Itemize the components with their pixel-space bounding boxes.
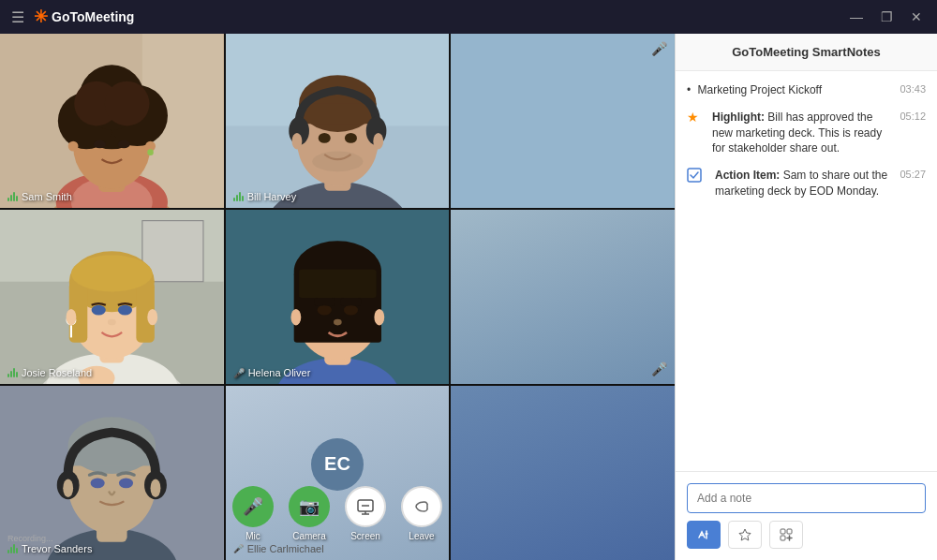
svg-point-68	[290, 309, 301, 325]
highlight-star-icon: ★	[687, 110, 699, 125]
helena-mic-muted: 🎤	[233, 368, 245, 378]
ellie-label: 🎤 Ellie Carlmichael	[233, 543, 324, 554]
svg-rect-92	[781, 529, 785, 534]
action-item-icon	[687, 168, 702, 185]
menu-icon[interactable]: ☰	[11, 8, 24, 26]
leave-button[interactable]	[401, 486, 442, 527]
josie-label: Josie Roseland	[7, 367, 92, 378]
close-button[interactable]: ✕	[907, 7, 926, 26]
svg-rect-64	[340, 298, 361, 306]
josie-video	[0, 210, 224, 384]
trevor-label: Trevor Sanders	[7, 543, 92, 554]
svg-point-46	[118, 305, 132, 316]
partial-mic-icon: 🎤	[651, 41, 667, 56]
svg-rect-63	[314, 298, 335, 306]
svg-point-81	[119, 478, 133, 488]
smartnotes-body: • Marketing Project Kickoff 03:43 ★ High…	[676, 71, 937, 471]
note-star-button[interactable]	[728, 521, 762, 549]
svg-point-50	[147, 309, 157, 325]
mic-control[interactable]: 🎤 Mic	[232, 486, 274, 541]
smartnotes-header: GoToMeeting SmartNotes	[676, 34, 937, 71]
svg-point-65	[334, 319, 342, 326]
sam-video	[0, 34, 224, 208]
svg-point-45	[92, 305, 106, 316]
note-item-2: ★ Highlight: Bill has approved the new m…	[687, 110, 926, 156]
svg-point-29	[312, 152, 363, 172]
svg-point-14	[118, 140, 130, 149]
video-cell-helena: 🎤 Helena Oliver	[226, 210, 450, 384]
video-cell-trevor: Recording... Trevor Sanders	[0, 386, 224, 560]
video-cell-partial-bottom	[451, 386, 675, 560]
josie-mic-indicator	[7, 368, 18, 377]
svg-point-30	[291, 133, 302, 149]
smartnotes-title: GoToMeeting SmartNotes	[732, 45, 881, 59]
partial-top-video	[451, 34, 675, 208]
svg-point-13	[94, 140, 106, 149]
note-input[interactable]	[687, 483, 926, 513]
svg-point-62	[344, 305, 358, 316]
note-type-button[interactable]	[687, 521, 721, 549]
action-label: Action Item:	[715, 169, 780, 182]
svg-rect-93	[787, 529, 792, 534]
note-timestamp-1: 03:43	[900, 83, 926, 95]
bill-mic-indicator	[233, 192, 244, 201]
note-timestamp-3: 05:27	[900, 169, 926, 180]
logo-text: GoToMeeting	[52, 9, 134, 24]
josie-name: Josie Roseland	[22, 367, 92, 378]
svg-point-61	[317, 305, 331, 316]
video-grid: Sam Smith	[0, 34, 675, 560]
mic-button[interactable]: 🎤	[232, 486, 274, 527]
main-content: Sam Smith	[0, 34, 937, 560]
bill-video	[226, 34, 450, 208]
window-controls: — ❐ ✕	[847, 7, 926, 26]
camera-control[interactable]: 📷 Camera	[289, 486, 330, 541]
svg-rect-60	[299, 270, 376, 298]
svg-point-80	[91, 478, 105, 488]
svg-marker-91	[739, 529, 751, 540]
screen-button[interactable]	[345, 486, 386, 527]
svg-point-15	[68, 141, 79, 152]
svg-rect-88	[688, 169, 701, 182]
titlebar: ☰ ✳ GoToMeeting — ❐ ✕	[0, 0, 937, 34]
helena-name: Helena Oliver	[248, 367, 311, 378]
camera-button[interactable]: 📷	[289, 486, 330, 527]
video-cell-partial-mid: 🎤	[451, 210, 675, 384]
video-cell-ellie: EC 🎤 Mic 📷 Camera Screen	[226, 386, 450, 560]
video-cell-bill: Bill Harvey	[226, 34, 450, 208]
svg-point-44	[71, 256, 153, 292]
maximize-button[interactable]: ❐	[877, 7, 896, 26]
svg-point-83	[151, 479, 161, 498]
note-input-area	[676, 471, 937, 560]
helena-label: 🎤 Helena Oliver	[233, 367, 311, 378]
app-logo: ✳ GoToMeeting	[34, 7, 134, 27]
svg-point-17	[147, 149, 154, 155]
note-timestamp-2: 05:12	[900, 111, 926, 122]
svg-point-27	[318, 133, 330, 143]
titlebar-left: ☰ ✳ GoToMeeting	[11, 7, 134, 27]
note-action-buttons	[687, 521, 926, 549]
helena-video	[226, 210, 450, 384]
svg-point-69	[374, 309, 384, 325]
leave-control[interactable]: Leave	[401, 486, 442, 541]
video-cell-josie: Josie Roseland	[0, 210, 224, 384]
note-action-item-button[interactable]	[769, 521, 803, 549]
highlight-label: Highlight:	[712, 111, 765, 124]
svg-point-49	[67, 309, 77, 325]
sam-label: Sam Smith	[7, 191, 72, 202]
minimize-button[interactable]: —	[847, 7, 866, 26]
trevor-name: Trevor Sanders	[22, 543, 92, 554]
call-controls: 🎤 Mic 📷 Camera Screen Le	[232, 486, 442, 541]
video-cell-sam: Sam Smith	[0, 34, 224, 208]
svg-rect-94	[781, 536, 785, 540]
screen-label: Screen	[350, 531, 380, 541]
svg-rect-33	[451, 34, 675, 208]
screen-control[interactable]: Screen	[345, 486, 386, 541]
logo-asterisk: ✳	[34, 7, 48, 27]
ellie-avatar: EC	[311, 438, 364, 491]
sam-name: Sam Smith	[22, 191, 72, 202]
trevor-mic-indicator	[7, 544, 18, 553]
svg-point-31	[373, 133, 383, 149]
video-cell-partial-top: 🎤	[451, 34, 675, 208]
bill-label: Bill Harvey	[233, 191, 297, 202]
svg-point-82	[63, 479, 73, 498]
